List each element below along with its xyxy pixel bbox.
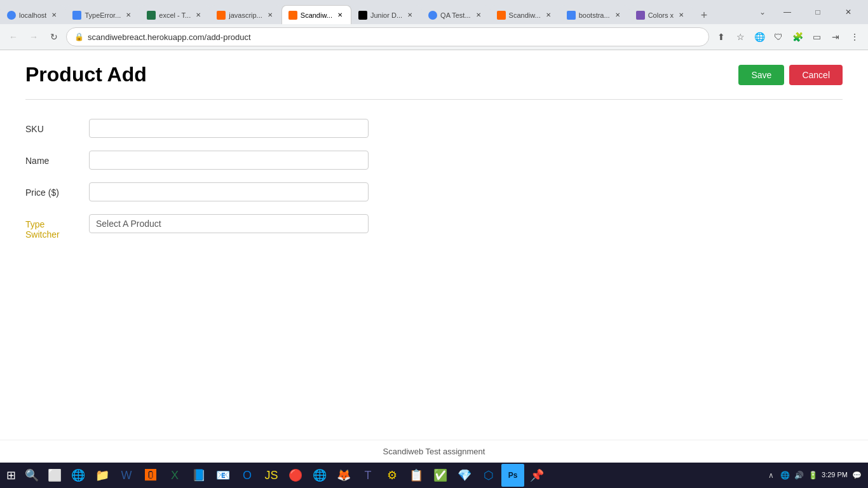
tab-junior[interactable]: Junior D... ✕ xyxy=(351,5,421,24)
taskbar-app-files[interactable]: 📁 xyxy=(91,464,114,487)
price-input[interactable] xyxy=(89,182,369,201)
name-label: Name xyxy=(25,151,89,166)
bookmark-icon[interactable]: ☆ xyxy=(732,29,749,45)
save-button[interactable]: Save xyxy=(738,65,784,85)
taskbar-app-edge[interactable]: 🌐 xyxy=(67,464,90,487)
page-header: Product Add Save Cancel xyxy=(25,63,843,86)
header-divider xyxy=(25,99,843,100)
system-tray: ∧ 🌐 🔊 🔋 xyxy=(764,469,819,482)
tab-overflow-button[interactable]: ⌄ xyxy=(754,6,771,18)
back-button[interactable]: ← xyxy=(5,29,22,45)
taskbar-app-mail[interactable]: 📧 xyxy=(212,464,234,487)
tab-favicon-excel xyxy=(147,11,156,20)
tab-label-junior: Junior D... xyxy=(370,11,402,19)
tab-close-qatest[interactable]: ✕ xyxy=(474,11,483,20)
notification-icon[interactable]: 💬 xyxy=(850,469,863,482)
tab-close-bootstrap[interactable]: ✕ xyxy=(613,11,622,20)
new-tab-button[interactable]: + xyxy=(695,6,713,24)
extensions-icon[interactable]: 🧩 xyxy=(789,29,806,45)
price-label: Price ($) xyxy=(25,182,89,198)
taskbar-app-word[interactable]: W xyxy=(115,464,138,487)
lock-icon: 🔒 xyxy=(74,32,84,41)
minimize-button[interactable]: — xyxy=(773,3,802,22)
close-button[interactable]: ✕ xyxy=(834,3,863,22)
tab-favicon-scandiweb1 xyxy=(288,11,297,20)
sidebar-icon[interactable]: ▭ xyxy=(808,29,825,45)
taskbar-app-teams[interactable]: T xyxy=(356,464,379,487)
tab-scandiweb2[interactable]: Scandiw... ✕ xyxy=(490,5,560,24)
reload-button[interactable]: ↻ xyxy=(46,29,62,45)
tab-label-bootstrap: bootstra... xyxy=(579,11,610,19)
tab-close-js[interactable]: ✕ xyxy=(266,11,275,20)
type-label-line2: Switcher xyxy=(25,229,89,240)
cancel-button[interactable]: Cancel xyxy=(789,65,843,85)
type-label-line1: Type xyxy=(25,219,89,229)
tab-favicon-scandiweb2 xyxy=(497,11,506,20)
tab-label-qatest: QA Test... xyxy=(440,11,471,19)
taskbar-app-blue2[interactable]: 💎 xyxy=(453,464,476,487)
taskbar-app-orange[interactable]: 🅾 xyxy=(139,464,162,487)
taskbar-app-green[interactable]: ✅ xyxy=(429,464,452,487)
tab-close-typeerror[interactable]: ✕ xyxy=(124,11,133,20)
tab-favicon-js xyxy=(217,11,226,20)
tab-scandiweb1[interactable]: Scandiw... ✕ xyxy=(281,5,351,24)
tab-close-junior[interactable]: ✕ xyxy=(405,11,414,20)
search-button[interactable]: 🔍 xyxy=(21,464,43,487)
taskbar-app-vscode[interactable]: ⬡ xyxy=(477,464,500,487)
tab-localhost[interactable]: localhost ✕ xyxy=(0,5,65,24)
taskbar-app-ps[interactable]: Ps xyxy=(501,464,524,487)
taskbar-app-outlook[interactable]: O xyxy=(236,464,259,487)
taskbar-app-yellow[interactable]: ⚙ xyxy=(381,464,403,487)
clock-time: 3:29 PM xyxy=(822,470,848,480)
sku-input[interactable] xyxy=(89,119,369,138)
task-view-button[interactable]: ⬜ xyxy=(44,464,65,487)
sku-form-group: SKU xyxy=(25,119,843,138)
forward-button[interactable]: → xyxy=(25,29,42,45)
tab-bootstrap[interactable]: bootstra... ✕ xyxy=(560,5,629,24)
taskbar-app-excel[interactable]: X xyxy=(163,464,186,487)
type-switcher-label: Type Switcher xyxy=(25,214,89,240)
taskbar-right: ∧ 🌐 🔊 🔋 3:29 PM 💬 xyxy=(764,469,865,482)
taskbar-app-js[interactable]: JS xyxy=(260,464,283,487)
earth-icon[interactable]: 🌐 xyxy=(751,29,768,45)
expand-icon[interactable]: ⇥ xyxy=(827,29,844,45)
tab-excel[interactable]: excel - T... ✕ xyxy=(140,5,210,24)
tab-javascript[interactable]: javascrip... ✕ xyxy=(210,5,281,24)
tab-favicon-colors xyxy=(636,11,645,20)
tab-close-scandiweb2[interactable]: ✕ xyxy=(544,11,553,20)
taskbar-app-blue[interactable]: 📘 xyxy=(187,464,210,487)
menu-icon[interactable]: ⋮ xyxy=(846,29,863,45)
tab-close-localhost[interactable]: ✕ xyxy=(50,11,58,20)
browser-chrome: localhost ✕ TypeError... ✕ excel - T... … xyxy=(0,0,868,50)
start-button[interactable]: ⊞ xyxy=(3,464,20,487)
name-input[interactable] xyxy=(89,151,369,170)
type-switcher-select[interactable]: Select A Product DVD Book Furniture xyxy=(89,214,369,233)
tab-qatest[interactable]: QA Test... ✕ xyxy=(421,5,490,24)
maximize-button[interactable]: □ xyxy=(803,3,832,22)
tray-network-icon[interactable]: 🌐 xyxy=(778,469,791,482)
toolbar-right: ⬆ ☆ 🌐 🛡 🧩 ▭ ⇥ ⋮ xyxy=(713,29,863,45)
taskbar-app-blue3[interactable]: 📌 xyxy=(526,464,548,487)
taskbar-app-app1[interactable]: 🔴 xyxy=(284,464,307,487)
taskbar-app-chrome[interactable]: 🌐 xyxy=(308,464,331,487)
tab-typeerror[interactable]: TypeError... ✕ xyxy=(65,5,140,24)
page-title: Product Add xyxy=(25,63,738,86)
tab-close-scandiweb1[interactable]: ✕ xyxy=(336,11,344,20)
taskbar-app-gray[interactable]: 📋 xyxy=(405,464,428,487)
tab-close-excel[interactable]: ✕ xyxy=(194,11,203,20)
tab-favicon-localhost xyxy=(7,11,16,20)
tray-battery-icon[interactable]: 🔋 xyxy=(806,469,819,482)
tray-sound-icon[interactable]: 🔊 xyxy=(792,469,805,482)
tab-favicon-junior xyxy=(358,11,367,20)
name-form-group: Name xyxy=(25,151,843,170)
address-bar[interactable]: 🔒 scandiwebreact.herokuapp.com/add-produ… xyxy=(66,27,709,46)
shield-icon[interactable]: 🛡 xyxy=(770,29,787,45)
tab-label-localhost: localhost xyxy=(19,11,46,19)
tab-favicon-bootstrap xyxy=(567,11,576,20)
tab-colors[interactable]: Colors x ✕ xyxy=(629,5,693,24)
taskbar-app-firefox[interactable]: 🦊 xyxy=(332,464,355,487)
tab-close-colors[interactable]: ✕ xyxy=(677,11,686,20)
taskbar-clock[interactable]: 3:29 PM xyxy=(822,470,848,480)
tray-expand-icon[interactable]: ∧ xyxy=(764,469,777,482)
share-icon[interactable]: ⬆ xyxy=(713,29,729,45)
